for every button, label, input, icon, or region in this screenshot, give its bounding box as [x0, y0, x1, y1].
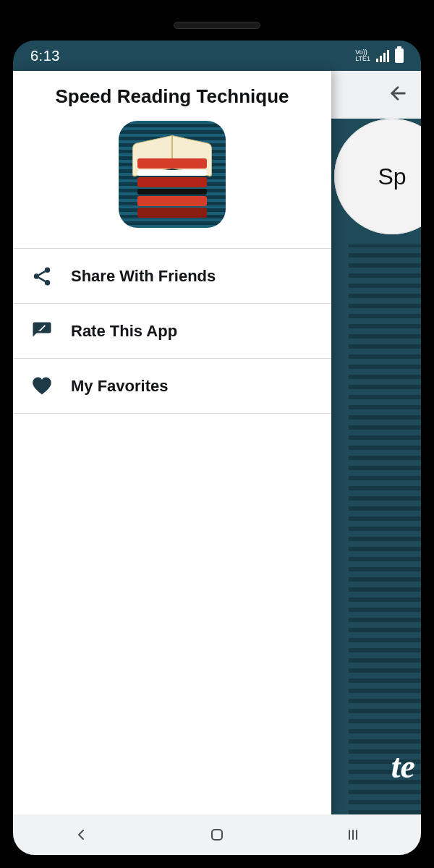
title-partial-text: Sp: [378, 163, 406, 190]
status-bar: 6:13 Vo)) LTE1: [13, 41, 421, 71]
system-nav-bar: [13, 814, 421, 855]
app-title: Speed Reading Technique: [25, 85, 320, 108]
signal-icon: [376, 49, 389, 62]
status-time: 6:13: [30, 48, 60, 64]
footer-script-text: te: [391, 747, 415, 786]
navigation-drawer: Speed Reading Technique Share: [13, 71, 331, 814]
menu-item-rate[interactable]: Rate This App: [13, 304, 331, 359]
back-icon[interactable]: [388, 83, 408, 106]
svg-point-3: [45, 280, 51, 286]
title-card-partial: Sp: [334, 119, 421, 234]
app-icon: [119, 121, 226, 228]
heart-icon: [29, 375, 55, 397]
menu-item-favorites[interactable]: My Favorites: [13, 359, 331, 414]
drawer-menu: Share With Friends Rate This App My Favo…: [13, 248, 331, 414]
menu-item-share[interactable]: Share With Friends: [13, 249, 331, 304]
svg-rect-4: [212, 830, 222, 840]
device-frame: 6:13 Vo)) LTE1 Sp te Speed Reading: [0, 0, 434, 868]
device-speaker: [174, 22, 260, 29]
share-icon: [29, 265, 55, 287]
rate-icon: [29, 320, 55, 342]
screen: 6:13 Vo)) LTE1 Sp te Speed Reading: [13, 41, 421, 855]
nav-back-button[interactable]: [52, 826, 110, 843]
svg-point-2: [34, 273, 40, 279]
menu-item-label: Rate This App: [71, 322, 177, 341]
drawer-header: Speed Reading Technique: [13, 71, 331, 248]
menu-item-label: Share With Friends: [71, 267, 216, 286]
battery-icon: [395, 48, 404, 63]
nav-home-button[interactable]: [188, 826, 246, 843]
status-indicators: Vo)) LTE1: [355, 48, 404, 63]
lte-indicator: Vo)) LTE1: [355, 49, 370, 62]
background-texture: [349, 244, 421, 814]
nav-recents-button[interactable]: [324, 826, 382, 843]
svg-point-1: [45, 267, 51, 273]
menu-item-label: My Favorites: [71, 377, 169, 396]
